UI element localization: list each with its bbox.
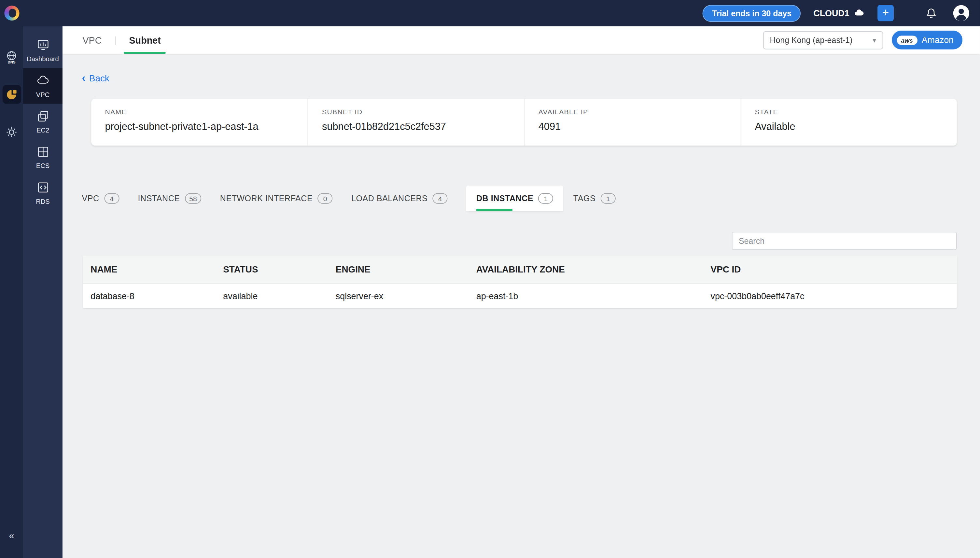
summary-state: STATE Available	[740, 98, 957, 146]
summary-value: 4091	[538, 121, 727, 133]
sidebar-item-label: ECS	[36, 162, 49, 169]
sidebar-item-rds[interactable]: RDS	[23, 175, 62, 210]
tab-label: NETWORK INTERFACE	[220, 194, 313, 203]
sidebar-item-dashboard[interactable]: Dashboard	[23, 33, 62, 68]
cloud-icon	[854, 8, 865, 19]
gear-icon	[5, 125, 18, 138]
rail-item-dns[interactable]: DNS	[2, 48, 21, 66]
notifications-bell-icon[interactable]	[925, 7, 937, 19]
aws-logo: aws	[897, 35, 917, 44]
table-row[interactable]: database-8 available sqlserver-ex ap-eas…	[83, 283, 957, 308]
cell-availability-zone: ap-east-1b	[469, 291, 703, 301]
summary-subnet-id: SUBNET ID subnet-01b82d21c5c2fe537	[308, 98, 524, 146]
column-header: STATUS	[215, 264, 328, 274]
column-header: NAME	[83, 264, 215, 274]
tab-count-badge: 4	[433, 193, 448, 204]
app-root: Trial ends in 30 days CLOUD1 +	[0, 0, 980, 558]
region-value: Hong Kong (ap-east-1)	[770, 35, 852, 44]
subnet-summary-card: NAME project-subnet-private1-ap-east-1a …	[91, 98, 957, 146]
table-header-row: NAME STATUS ENGINE AVAILABILITY ZONE VPC…	[83, 256, 957, 283]
tab-vpc[interactable]: VPC 4	[82, 185, 119, 211]
cell-vpc-id: vpc-003b0ab0eeff47a7c	[703, 291, 957, 301]
tab-count-badge: 0	[317, 193, 332, 204]
rail-item-cloud-provider[interactable]	[2, 85, 21, 104]
user-avatar[interactable]	[952, 4, 970, 22]
logo-wrap	[0, 5, 23, 21]
tab-db-instance[interactable]: DB INSTANCE 1	[466, 185, 563, 211]
org-switcher[interactable]: CLOUD1	[813, 8, 865, 19]
back-label: Back	[89, 73, 109, 83]
resource-tabs: VPC 4 INSTANCE 58 NETWORK INTERFACE 0 LO…	[82, 185, 957, 211]
summary-name: NAME project-subnet-private1-ap-east-1a	[91, 98, 308, 146]
dns-label: DNS	[8, 60, 15, 64]
sidebar-item-vpc[interactable]: VPC	[23, 68, 62, 103]
search-row	[82, 232, 957, 250]
cell-engine: sqlserver-ex	[328, 291, 469, 301]
sidebar-collapse-button[interactable]: «	[0, 530, 23, 541]
cloud-provider-icon	[5, 88, 18, 101]
tab-vpc-header[interactable]: VPC	[80, 26, 105, 54]
ecs-containers-icon	[36, 145, 49, 159]
chevron-down-icon: ▾	[873, 36, 876, 44]
tab-count-badge: 1	[538, 193, 553, 204]
summary-label: NAME	[105, 108, 294, 116]
summary-label: AVAILABLE IP	[538, 108, 727, 116]
column-header: ENGINE	[328, 264, 469, 274]
topbar: Trial ends in 30 days CLOUD1 +	[0, 0, 980, 26]
sidebar-item-ec2[interactable]: EC2	[23, 104, 62, 140]
tab-tags[interactable]: TAGS 1	[573, 185, 616, 211]
summary-value: project-subnet-private1-ap-east-1a	[105, 121, 294, 133]
summary-available-ip: AVAILABLE IP 4091	[524, 98, 741, 146]
tab-count-badge: 58	[185, 193, 201, 204]
back-button[interactable]: ‹ Back	[82, 72, 109, 83]
summary-value: Available	[755, 121, 943, 133]
trial-ends-button[interactable]: Trial ends in 30 days	[703, 5, 801, 21]
sidebar-item-label: EC2	[36, 126, 49, 134]
brand-logo-icon[interactable]	[4, 5, 19, 21]
sidebar-rail: DNS «	[0, 26, 23, 558]
rail-item-settings[interactable]	[2, 122, 21, 141]
tab-label: TAGS	[573, 194, 596, 203]
dashboard-icon	[36, 38, 49, 52]
org-name: CLOUD1	[813, 8, 849, 18]
header-tab-separator: |	[114, 35, 117, 45]
db-instance-table: NAME STATUS ENGINE AVAILABILITY ZONE VPC…	[83, 256, 957, 308]
main-content: ‹ Back NAME project-subnet-private1-ap-e…	[62, 54, 980, 558]
sidebar-nav: Dashboard VPC EC2 ECS	[23, 26, 62, 558]
summary-label: SUBNET ID	[322, 108, 510, 116]
back-chevron-icon: ‹	[82, 72, 85, 83]
cell-status: available	[215, 291, 328, 301]
dns-globe-icon: DNS	[4, 50, 18, 64]
add-button[interactable]: +	[877, 5, 894, 21]
tab-label: VPC	[82, 194, 99, 203]
column-header: VPC ID	[703, 264, 957, 274]
column-header: AVAILABILITY ZONE	[469, 264, 703, 274]
header-right: Hong Kong (ap-east-1) ▾ aws Amazon	[763, 31, 962, 49]
tab-network-interface[interactable]: NETWORK INTERFACE 0	[220, 185, 333, 211]
page-header: VPC | Subnet Hong Kong (ap-east-1) ▾ aws…	[62, 26, 980, 54]
tab-load-balancers[interactable]: LOAD BALANCERS 4	[351, 185, 448, 211]
summary-label: STATE	[755, 108, 943, 116]
tab-count-badge: 4	[104, 193, 119, 204]
provider-label: Amazon	[922, 35, 954, 45]
sidebar-item-label: RDS	[36, 198, 50, 205]
sidebar-item-label: VPC	[36, 90, 49, 98]
tab-label: DB INSTANCE	[476, 194, 533, 203]
tab-label: INSTANCE	[138, 194, 180, 203]
tab-subnet-header[interactable]: Subnet	[126, 26, 163, 54]
provider-amazon-button[interactable]: aws Amazon	[892, 31, 962, 49]
rds-database-icon	[36, 181, 49, 194]
ec2-instances-icon	[36, 109, 49, 123]
sidebar-item-ecs[interactable]: ECS	[23, 140, 62, 175]
cell-name: database-8	[83, 291, 215, 301]
tab-instance[interactable]: INSTANCE 58	[138, 185, 202, 211]
sidebar-item-label: Dashboard	[27, 55, 59, 62]
search-input[interactable]	[732, 232, 957, 250]
topbar-right: Trial ends in 30 days CLOUD1 +	[703, 4, 980, 22]
vpc-cloud-icon	[36, 74, 49, 88]
summary-value: subnet-01b82d21c5c2fe537	[322, 121, 510, 133]
tab-count-badge: 1	[601, 193, 616, 204]
region-select[interactable]: Hong Kong (ap-east-1) ▾	[763, 31, 883, 49]
tab-label: LOAD BALANCERS	[351, 194, 427, 203]
